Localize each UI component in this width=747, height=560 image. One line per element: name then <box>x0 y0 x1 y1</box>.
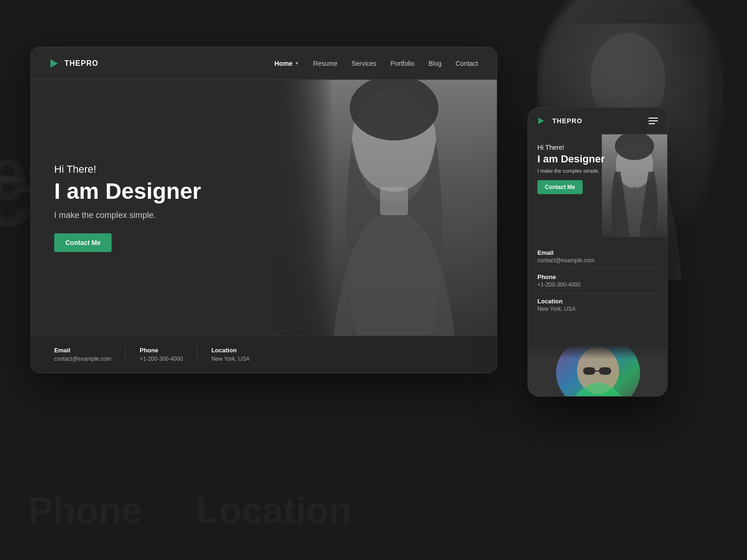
nav-item-resume[interactable]: Resume <box>313 59 338 68</box>
svg-rect-16 <box>599 367 611 375</box>
mobile-logo-icon <box>537 115 549 126</box>
desktop-hero-subtitle: I make the complex simple. <box>54 210 201 220</box>
mobile-hero-greeting: Hi There! <box>537 144 605 151</box>
svg-marker-2 <box>50 59 58 68</box>
nav-link-portfolio[interactable]: Portfolio <box>390 60 414 67</box>
nav-item-home[interactable]: Home ▼ <box>275 59 299 68</box>
mobile-mockup-card: THEPRO <box>528 107 668 397</box>
hamburger-line-1 <box>648 118 658 119</box>
desktop-footer-location-label: Location <box>211 347 250 354</box>
desktop-logo: THEPRO <box>49 58 99 69</box>
mobile-contact-me-button[interactable]: Contact Me <box>537 180 583 194</box>
desktop-hero-portrait <box>263 80 497 336</box>
desktop-footer-email-label: Email <box>54 347 111 354</box>
desktop-contact-me-button[interactable]: Contact Me <box>54 233 112 252</box>
svg-marker-8 <box>538 118 544 124</box>
desktop-footer-location-value: New York, USA <box>211 356 250 362</box>
desktop-hero: Hi There! I am Designer I make the compl… <box>31 80 497 336</box>
mobile-contact-info: Email contact@example.com Phone +1-200-3… <box>528 237 667 324</box>
mobile-contact-phone-value: +1-200-300-4000 <box>537 281 658 288</box>
mobile-logo: THEPRO <box>537 115 582 126</box>
desktop-footer-phone: Phone +1-200-300-4000 <box>126 347 197 362</box>
hamburger-menu-icon[interactable] <box>648 118 658 124</box>
mobile-hero-content: Hi There! I am Designer I make the compl… <box>537 144 605 194</box>
desktop-footer-location: Location New York, USA <box>197 347 264 362</box>
mobile-hero-subtitle: I make the complex simple. <box>537 168 605 174</box>
mobile-logo-text: THEPRO <box>552 117 582 125</box>
mobile-contact-email-label: Email <box>537 249 658 256</box>
mobile-hero-title: I am Designer <box>537 153 605 165</box>
nav-link-blog[interactable]: Blog <box>429 60 442 67</box>
mobile-contact-location: Location New York, USA <box>537 293 658 317</box>
desktop-navbar: THEPRO Home ▼ Resume Services Portfolio … <box>31 47 497 80</box>
nav-item-services[interactable]: Services <box>352 59 377 68</box>
nav-link-resume[interactable]: Resume <box>313 60 338 67</box>
desktop-footer-email: Email contact@example.com <box>54 347 126 362</box>
hamburger-line-2 <box>648 120 658 121</box>
mobile-contact-location-label: Location <box>537 298 658 305</box>
desktop-logo-text: THEPRO <box>64 59 99 68</box>
nav-item-contact[interactable]: Contact <box>456 59 478 68</box>
bg-decorative-text-bottom-left: Phone <box>28 489 142 532</box>
hamburger-line-3 <box>648 123 655 124</box>
mobile-hero: Hi There! I am Designer I make the compl… <box>528 134 667 237</box>
desktop-footer-email-value: contact@example.com <box>54 356 111 362</box>
logo-icon <box>49 58 61 69</box>
desktop-hero-title: I am Designer <box>54 179 201 204</box>
desktop-footer-bar: Email contact@example.com Phone +1-200-3… <box>31 336 497 373</box>
desktop-nav-links: Home ▼ Resume Services Portfolio Blog Co… <box>275 59 478 68</box>
mobile-contact-phone-label: Phone <box>537 273 658 280</box>
nav-link-contact[interactable]: Contact <box>456 60 478 67</box>
nav-link-services[interactable]: Services <box>352 60 377 67</box>
desktop-mockup-card: THEPRO Home ▼ Resume Services Portfolio … <box>30 47 497 373</box>
mobile-contact-phone: Phone +1-200-300-4000 <box>537 269 658 293</box>
desktop-footer-phone-label: Phone <box>140 347 183 354</box>
bg-decorative-text-bottom-mid: Location <box>196 489 352 532</box>
desktop-footer-phone-value: +1-200-300-4000 <box>140 356 183 362</box>
mobile-contact-location-value: New York, USA <box>537 306 658 312</box>
chevron-down-icon: ▼ <box>295 61 299 66</box>
nav-item-blog[interactable]: Blog <box>429 59 442 68</box>
mobile-bottom-image <box>528 345 667 396</box>
desktop-hero-greeting: Hi There! <box>54 163 201 175</box>
mobile-navbar: THEPRO <box>528 108 667 134</box>
mobile-contact-email: Email contact@example.com <box>537 245 658 269</box>
mobile-contact-email-value: contact@example.com <box>537 257 658 264</box>
nav-link-home[interactable]: Home ▼ <box>275 60 299 67</box>
svg-rect-15 <box>583 367 595 375</box>
desktop-hero-content: Hi There! I am Designer I make the compl… <box>54 163 201 252</box>
nav-item-portfolio[interactable]: Portfolio <box>390 59 414 68</box>
